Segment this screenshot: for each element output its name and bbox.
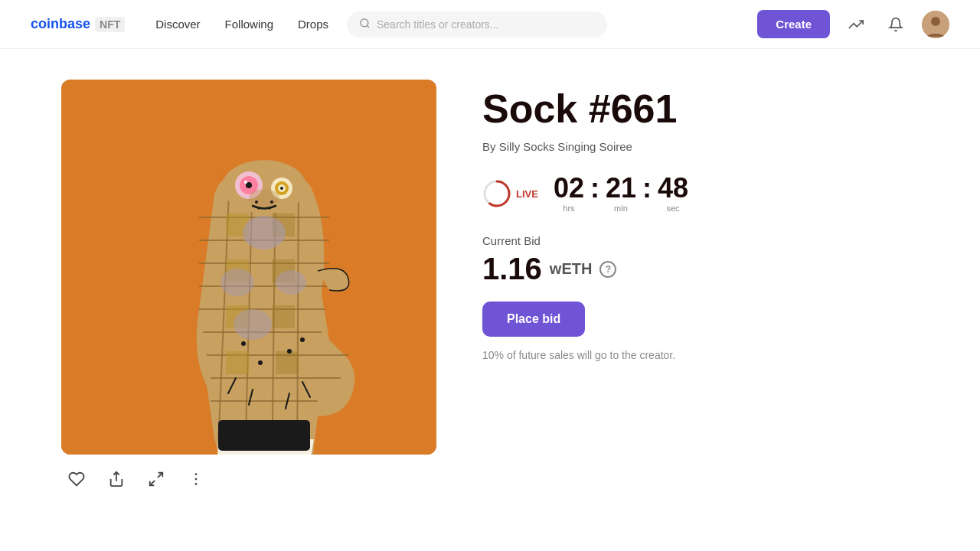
svg-point-3 [931, 17, 940, 26]
svg-point-26 [243, 216, 286, 249]
search-input[interactable] [377, 18, 595, 31]
timer-row: LIVE 02 hrs : 21 min : 48 sec [482, 174, 919, 213]
hours-label: hrs [563, 204, 574, 213]
live-label: LIVE [516, 188, 538, 200]
svg-point-58 [195, 483, 198, 485]
like-button[interactable] [64, 467, 89, 491]
nft-title: Sock #661 [482, 87, 919, 131]
svg-rect-25 [276, 351, 299, 374]
live-badge: LIVE [482, 179, 538, 208]
nft-image-container [61, 80, 436, 491]
svg-point-49 [241, 341, 246, 346]
seconds-unit: 48 sec [658, 174, 688, 213]
more-options-button[interactable] [184, 467, 208, 491]
svg-rect-24 [226, 351, 249, 374]
bid-section: Current Bid 1.16 wETH ? Place bid 10% of… [482, 234, 919, 361]
notification-icon-button[interactable] [882, 11, 910, 38]
svg-line-54 [158, 473, 162, 478]
seconds-value: 48 [658, 174, 688, 202]
colon-1: : [587, 174, 603, 202]
image-actions [61, 467, 436, 491]
logo-coinbase-text: coinbase [31, 16, 90, 32]
live-circle-icon [482, 179, 511, 208]
place-bid-button[interactable]: Place bid [482, 302, 585, 337]
svg-rect-44 [218, 420, 310, 451]
nav-following[interactable]: Following [225, 18, 273, 31]
trending-icon-button[interactable] [842, 11, 870, 38]
svg-point-39 [249, 189, 279, 207]
creator-name[interactable]: Silly Socks Singing Soiree [499, 140, 632, 153]
colon-2: : [639, 174, 655, 202]
svg-point-56 [195, 473, 198, 475]
svg-rect-23 [272, 305, 295, 328]
share-button[interactable] [104, 467, 129, 491]
search-bar[interactable] [347, 11, 607, 37]
svg-point-52 [300, 337, 305, 342]
search-icon [359, 18, 371, 31]
svg-point-40 [255, 201, 258, 204]
svg-point-41 [270, 201, 273, 204]
bid-amount-row: 1.16 wETH ? [482, 252, 919, 286]
info-icon[interactable]: ? [599, 261, 616, 278]
svg-point-27 [220, 269, 254, 296]
svg-line-55 [150, 481, 155, 485]
minutes-label: min [614, 204, 628, 213]
svg-point-42 [258, 207, 260, 210]
hours-value: 02 [554, 174, 584, 202]
hours-unit: 02 hrs [554, 174, 584, 213]
svg-point-57 [195, 478, 198, 481]
nav-drops[interactable]: Drops [298, 18, 328, 31]
minutes-value: 21 [606, 174, 636, 202]
create-button[interactable]: Create [757, 10, 830, 38]
royalty-note: 10% of future sales will go to the creat… [482, 349, 919, 361]
svg-point-0 [361, 18, 368, 26]
svg-point-28 [276, 270, 306, 295]
fullscreen-button[interactable] [144, 467, 168, 491]
main-content: Sock #661 By Silly Socks Singing Soiree … [0, 49, 980, 522]
creator-prefix: By [482, 140, 496, 153]
nav-links: Discover Following Drops [155, 18, 328, 31]
logo[interactable]: coinbase NFT [31, 16, 125, 32]
svg-point-29 [234, 309, 272, 340]
minutes-unit: 21 min [606, 174, 636, 213]
bid-amount: 1.16 [482, 252, 542, 286]
svg-point-38 [280, 187, 283, 190]
svg-point-43 [269, 207, 271, 210]
svg-point-50 [258, 360, 263, 365]
user-avatar[interactable] [922, 11, 949, 38]
nav-discover[interactable]: Discover [155, 18, 200, 31]
nft-creator: By Silly Socks Singing Soiree [482, 140, 919, 153]
bid-currency: wETH [550, 260, 593, 278]
current-bid-label: Current Bid [482, 234, 919, 247]
nft-details: Sock #661 By Silly Socks Singing Soiree … [482, 80, 919, 377]
logo-nft-text: NFT [95, 17, 125, 32]
svg-line-1 [367, 25, 369, 28]
nft-artwork [61, 80, 436, 455]
seconds-label: sec [666, 204, 679, 213]
navbar: coinbase NFT Discover Following Drops Cr… [0, 0, 980, 49]
nav-right: Create [757, 10, 949, 38]
timer-numbers: 02 hrs : 21 min : 48 sec [554, 174, 688, 213]
svg-point-51 [287, 349, 292, 354]
svg-point-34 [244, 181, 247, 184]
